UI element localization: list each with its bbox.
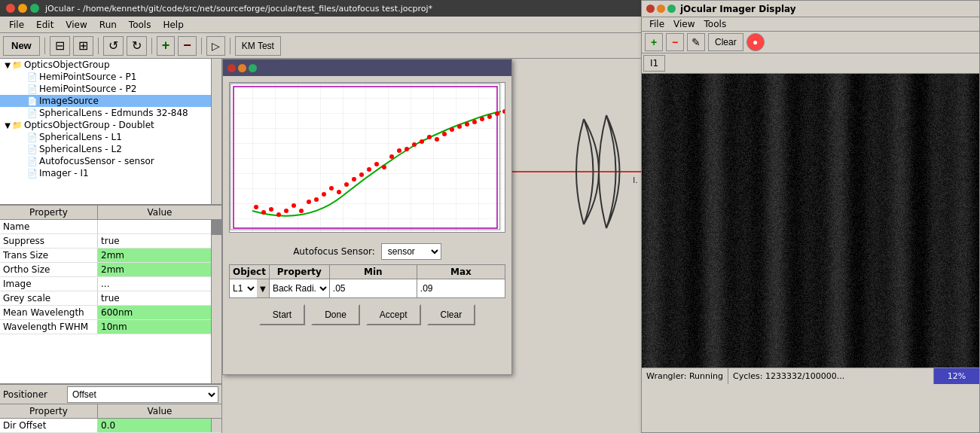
remove-button[interactable]: − [178, 36, 197, 56]
noise-canvas [642, 74, 979, 367]
imager-zoom-out-button[interactable]: − [666, 33, 684, 51]
imager-title-bar: jOcular Imager Display [642, 1, 979, 17]
dir-offset-scrollbar[interactable] [211, 419, 221, 432]
prop-value-suppress[interactable]: true [98, 234, 211, 248]
prop-value-image[interactable]: ... [98, 277, 211, 291]
prop-scroll-thumb[interactable] [212, 220, 221, 235]
close-button[interactable] [6, 4, 15, 13]
prop-row-wavelength: Mean Wavelength 600nm [0, 306, 211, 320]
dialog-minimize-button[interactable] [238, 64, 246, 72]
prop-value-fwhm[interactable]: 10nm [98, 320, 211, 334]
redo-button[interactable]: ↻ [127, 36, 147, 56]
svg-point-17 [359, 172, 364, 177]
dir-offset-value[interactable]: 0.0 [98, 419, 211, 432]
property-select[interactable]: Back Radi... [270, 279, 329, 297]
sensor-selector-row: Autofocus Sensor: sensor [223, 239, 511, 264]
imager-clear-button[interactable]: Clear [708, 33, 743, 51]
autofocus-chart-svg [230, 83, 505, 232]
dialog-close-button[interactable] [227, 64, 236, 72]
file-icon: 📄 [27, 84, 38, 94]
new-button[interactable]: New [3, 36, 40, 56]
min-input[interactable] [330, 279, 417, 297]
save-button[interactable]: ⊟ [50, 36, 70, 56]
imager-stop-button[interactable]: ● [746, 33, 765, 51]
km-test-button[interactable]: KM Test [235, 36, 281, 56]
prop-suppress-label: Suppress [0, 234, 98, 248]
svg-point-21 [389, 154, 394, 159]
svg-point-16 [352, 177, 356, 181]
imager-progress: 12% [934, 368, 979, 384]
expand-icon[interactable]: ▼ [3, 61, 12, 69]
expand-icon[interactable]: ▼ [3, 121, 12, 130]
imager-brush-button[interactable]: ✎ [687, 33, 705, 51]
menu-run[interactable]: Run [93, 18, 123, 32]
sensor-select[interactable]: sensor [381, 243, 441, 260]
imager-minimize-button[interactable] [657, 5, 665, 13]
object-select[interactable]: L1 [230, 279, 257, 297]
menu-edit[interactable]: Edit [30, 18, 60, 32]
tree-item-optics-group[interactable]: ▼ 📁 OpticsObjectGroup [0, 59, 221, 71]
col-min: Min [329, 265, 417, 279]
prop-value-trans[interactable]: 2mm [98, 249, 211, 262]
menu-view[interactable]: View [60, 18, 93, 32]
menu-file[interactable]: File [3, 18, 30, 32]
tree-item-label: SphericalLens - L1 [39, 132, 122, 142]
imager-menu-tools[interactable]: Tools [700, 18, 731, 30]
maximize-button[interactable] [30, 4, 39, 13]
prop-scrollbar[interactable] [211, 220, 221, 383]
prop-value-ortho[interactable]: 2mm [98, 263, 211, 276]
dir-offset-row: Dir Offset 0.0 [0, 419, 221, 433]
tree-item-autofocus[interactable]: 📄 AutofocusSensor - sensor [0, 155, 221, 167]
autofocus-table-wrap: Object Property Min Max L1 ▼ [223, 264, 511, 298]
tree-item-spherical-l1[interactable]: 📄 SphericalLens - L1 [0, 131, 221, 143]
clear-button[interactable]: Clear [427, 304, 476, 325]
imager-maximize-button[interactable] [667, 5, 676, 13]
tree-scrollbar[interactable] [211, 59, 221, 204]
tree-item-optics-doublet[interactable]: ▼ 📁 OpticsObjectGroup - Doublet [0, 119, 221, 131]
prop-value-grey[interactable]: true [98, 291, 211, 305]
add-icon: + [162, 38, 170, 53]
tree-item-image-source[interactable]: 📄 ImageSource [0, 95, 221, 107]
minimize-button[interactable] [18, 4, 27, 13]
undo-button[interactable]: ↺ [103, 36, 124, 56]
prop-value-wavelength[interactable]: 600nm [98, 306, 211, 319]
imager-menu-file[interactable]: File [645, 18, 669, 30]
dialog-maximize-button[interactable] [249, 64, 257, 72]
table-header-row: Object Property Min Max [230, 265, 505, 279]
brush-icon: ✎ [691, 36, 701, 48]
max-input[interactable] [417, 279, 505, 297]
tree-item-hemi-p2[interactable]: 📄 HemiPointSource - P2 [0, 83, 221, 95]
done-button[interactable]: Done [311, 304, 360, 325]
imager-menu-view[interactable]: View [669, 18, 699, 30]
run-button[interactable]: ▷ [206, 36, 225, 56]
imager-close-button[interactable] [646, 5, 655, 13]
tree-item-hemi-p1[interactable]: 📄 HemiPointSource - P1 [0, 71, 221, 83]
dir-offset-panel: Property Value Dir Offset 0.0 [0, 404, 221, 433]
prop-value-name[interactable] [98, 220, 211, 233]
menu-help[interactable]: Help [157, 18, 189, 32]
prop-wavelength-label: Mean Wavelength [0, 306, 98, 319]
file-icon: 📄 [27, 108, 38, 118]
svg-point-32 [472, 120, 477, 124]
start-button[interactable]: Start [259, 304, 305, 325]
menu-tools[interactable]: Tools [123, 18, 157, 32]
imager-tab-i1[interactable]: I1 [643, 55, 665, 72]
imager-window: jOcular Imager Display File View Tools +… [641, 0, 980, 433]
lens-label: I. [633, 175, 638, 185]
save-as-button[interactable]: ⊞ [73, 36, 93, 56]
folder-icon: 📁 [12, 60, 23, 70]
svg-point-31 [465, 122, 469, 127]
positioner-select[interactable]: Offset Fixed Manual [67, 386, 218, 403]
imager-zoom-in-button[interactable]: + [645, 33, 663, 51]
accept-button[interactable]: Accept [366, 304, 421, 325]
imager-toolbar: + − ✎ Clear ● [642, 32, 979, 53]
cell-object: L1 ▼ [230, 279, 270, 298]
imager-wrangler-status: Wrangler: Running [642, 368, 728, 384]
add-button[interactable]: + [157, 36, 176, 56]
prop-col-value: Value [98, 206, 221, 219]
tree-item-imager[interactable]: 📄 Imager - I1 [0, 167, 221, 179]
prop-row-grey: Grey scale true [0, 291, 211, 306]
tree-item-spherical-l2[interactable]: 📄 SphericalLens - L2 [0, 143, 221, 155]
svg-point-22 [397, 148, 401, 153]
tree-item-spherical-edmunds[interactable]: 📄 SphericalLens - Edmunds 32-848 [0, 107, 221, 119]
